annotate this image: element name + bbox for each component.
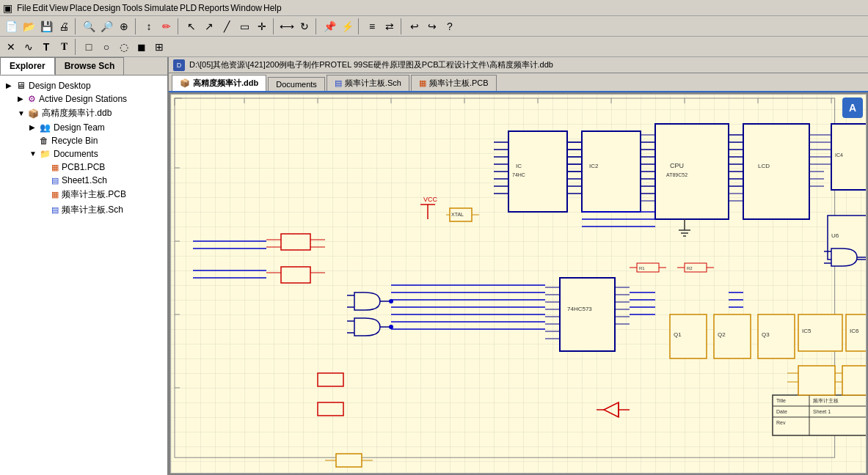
tab-ddb[interactable]: 📦 高精度频率计.ddb xyxy=(172,75,266,91)
oval-btn[interactable]: ○ xyxy=(98,39,114,55)
menu-tools[interactable]: Tools xyxy=(122,3,142,13)
svg-text:R1: R1 xyxy=(639,266,645,270)
find-btn[interactable]: 🔍 xyxy=(81,18,97,34)
text-btn[interactable]: T xyxy=(38,39,54,55)
fill-btn[interactable]: ◼ xyxy=(134,39,150,55)
tree-design-desktop[interactable]: ▶ 🖥 Design Desktop xyxy=(3,78,164,92)
menu-pld[interactable]: PLD xyxy=(180,3,197,13)
redo-btn[interactable]: ↪ xyxy=(424,18,440,34)
tab-pcb[interactable]: ▦ 频率计主板.PCB xyxy=(411,75,497,91)
tree-file-pcb2[interactable]: ▦ 频率计主板.PCB xyxy=(3,187,164,202)
svg-text:LCD: LCD xyxy=(758,163,770,169)
tab-documents[interactable]: Documents xyxy=(268,77,325,91)
tree-project[interactable]: ▼ 📦 高精度频率计.ddb xyxy=(3,106,164,121)
app-logo: ▣ xyxy=(3,2,12,14)
schematic-canvas[interactable]: A xyxy=(170,94,867,474)
pcb-icon-2: ▦ xyxy=(51,190,59,199)
print-btn[interactable]: 🖨 xyxy=(56,18,72,34)
curve-btn[interactable]: ∿ xyxy=(21,39,37,55)
pin-btn[interactable]: 📌 xyxy=(321,18,338,34)
no-expand-2 xyxy=(41,176,50,185)
plus-btn[interactable]: ✛ xyxy=(254,18,270,34)
sync-btn[interactable]: ⇄ xyxy=(382,18,398,34)
arrow-btn[interactable]: ↕ xyxy=(141,18,157,34)
sep2 xyxy=(135,18,138,34)
tree-recycle-bin[interactable]: 🗑 Recycle Bin xyxy=(3,134,164,147)
deselect-btn[interactable]: ↗ xyxy=(201,18,217,34)
move-btn[interactable]: ⟷ xyxy=(279,18,295,34)
svg-rect-0 xyxy=(175,98,835,457)
menu-help[interactable]: Help xyxy=(263,3,282,13)
documents-icon: 📁 xyxy=(40,149,51,159)
svg-text:74HC573: 74HC573 xyxy=(567,306,592,312)
recycle-bin-label: Recycle Bin xyxy=(51,136,98,146)
find2-btn[interactable]: 🔎 xyxy=(98,18,114,34)
undo-btn[interactable]: ↩ xyxy=(406,18,423,34)
tab-browse-sch[interactable]: Browse Sch xyxy=(55,57,125,75)
svg-text:IC6: IC6 xyxy=(850,328,859,334)
netlist-btn[interactable]: ≡ xyxy=(364,18,380,34)
active-stations-label: Active Design Stations xyxy=(39,94,127,104)
sep8 xyxy=(75,39,78,55)
pathbar-text: D:\[05]其他资源\[421]200例电子制作PROTEL 99SE硬件原理… xyxy=(189,59,553,70)
menu-file[interactable]: File xyxy=(17,3,31,13)
svg-text:R2: R2 xyxy=(687,266,693,270)
no-expand-4 xyxy=(41,206,50,215)
line-btn[interactable]: ╱ xyxy=(219,18,235,34)
menu-design[interactable]: Design xyxy=(93,3,120,13)
tree-design-team[interactable]: ▶ 👥 Design Team xyxy=(3,121,164,134)
pathbar-icon: D xyxy=(173,59,185,71)
tab-explorer[interactable]: Explorer xyxy=(0,57,55,75)
file-sch2-label: 频率计主板.Sch xyxy=(62,204,123,216)
select-btn[interactable]: ↖ xyxy=(183,18,200,34)
svg-rect-204 xyxy=(842,366,866,395)
pathbar: D D:\[05]其他资源\[421]200例电子制作PROTEL 99SE硬件… xyxy=(169,57,868,73)
open-btn[interactable]: 📂 xyxy=(21,18,37,34)
tree-documents[interactable]: ▼ 📁 Documents xyxy=(3,147,164,161)
svg-text:Rev: Rev xyxy=(776,420,786,425)
menu-window[interactable]: Window xyxy=(230,3,262,13)
tab-sch[interactable]: ▤ 频率计主板.Sch xyxy=(327,75,409,91)
pencil-btn[interactable]: ✏ xyxy=(158,18,175,34)
menu-place[interactable]: Place xyxy=(70,3,92,13)
sep7 xyxy=(401,18,404,34)
sep6 xyxy=(358,18,361,34)
file-pcb1-label: PCB1.PCB xyxy=(62,162,105,172)
menu-simulate[interactable]: Simulate xyxy=(144,3,178,13)
no-expand-1 xyxy=(41,163,50,172)
tree-file-pcb1[interactable]: ▦ PCB1.PCB xyxy=(3,161,164,174)
menu-view[interactable]: View xyxy=(49,3,68,13)
tree-file-sheet1[interactable]: ▤ Sheet1.Sch xyxy=(3,174,164,187)
expand-icon-project: ▼ xyxy=(18,109,26,118)
tab-ddb-label: 高精度频率计.ddb xyxy=(193,78,258,89)
no-expand-3 xyxy=(41,191,50,199)
rect-btn[interactable]: ▭ xyxy=(236,18,252,34)
pathbar-icon-symbol: D xyxy=(177,62,182,69)
menu-reports[interactable]: Reports xyxy=(198,3,229,13)
arc-btn[interactable]: ◌ xyxy=(116,39,132,55)
save-btn[interactable]: 💾 xyxy=(38,18,54,34)
new-btn[interactable]: 📄 xyxy=(3,18,19,34)
sep4 xyxy=(273,18,276,34)
grid-btn[interactable]: ⊞ xyxy=(151,39,167,55)
sidebar: Explorer Browse Sch ▶ 🖥 Design Desktop ▶… xyxy=(0,57,169,475)
cross-btn[interactable]: ✕ xyxy=(3,39,19,55)
rect2-btn[interactable]: □ xyxy=(81,39,97,55)
rotate-btn[interactable]: ↻ xyxy=(296,18,313,34)
svg-text:U6: U6 xyxy=(831,232,839,239)
help-btn[interactable]: ? xyxy=(442,18,458,34)
sidebar-tabs: Explorer Browse Sch xyxy=(0,57,167,76)
expand-icon-stations: ▶ xyxy=(18,95,26,103)
tab-sch-icon: ▤ xyxy=(335,78,342,88)
sep5 xyxy=(316,18,318,34)
tree-file-sch2[interactable]: ▤ 频率计主板.Sch xyxy=(3,202,164,218)
tree-active-stations[interactable]: ▶ ⚙ Active Design Stations xyxy=(3,92,164,106)
wire-btn[interactable]: ⚡ xyxy=(339,18,355,34)
svg-text:Sheet 1: Sheet 1 xyxy=(813,409,831,414)
menu-edit[interactable]: Edit xyxy=(32,3,48,13)
expand-icon-team: ▶ xyxy=(29,123,38,132)
textbox-btn[interactable]: 𝐓 xyxy=(56,39,72,55)
svg-rect-144 xyxy=(336,454,362,467)
zoom-btn[interactable]: ⊕ xyxy=(116,18,132,34)
svg-rect-103 xyxy=(281,267,310,283)
